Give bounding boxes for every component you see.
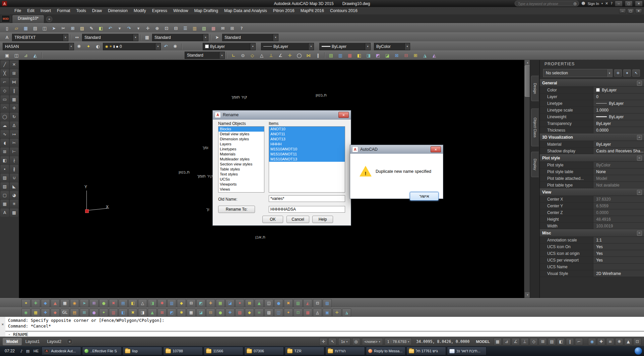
undo-icon[interactable]: ↶ — [106, 24, 115, 32]
chevron-down-icon[interactable]: ▾ — [273, 34, 278, 41]
text-style-combo[interactable]: TRHEBTXT ▾ — [12, 34, 68, 41]
taskbar-item-07306[interactable]: 07306 — [244, 347, 284, 355]
break-icon[interactable]: ∦ — [10, 165, 18, 173]
map-tool-icon[interactable]: ◧ — [119, 308, 128, 317]
list-item[interactable]: M1510ANOT10 — [269, 147, 345, 152]
transparency-toggle-icon[interactable]: ∥ — [566, 338, 574, 345]
map-tool-icon[interactable]: ◉ — [70, 299, 79, 307]
taskbar-item-lisp[interactable]: lisp — [123, 347, 162, 355]
volume-icon[interactable]: ♪ — [19, 349, 24, 353]
collapse-icon[interactable]: − — [637, 156, 642, 161]
command-history[interactable]: Command: Specify opposite corner or [Fen… — [5, 317, 644, 331]
toggle-pickadd-icon[interactable]: ✛ — [614, 69, 622, 77]
map-tool-icon[interactable]: ◆ — [41, 299, 50, 307]
array-icon[interactable]: ▦ — [10, 95, 18, 103]
map-tool-icon[interactable]: ◩ — [167, 308, 176, 317]
erase-icon[interactable]: ✕ — [10, 60, 18, 69]
menu-item[interactable]: Insert — [38, 7, 54, 14]
osnap-icon[interactable]: △ — [257, 51, 266, 59]
map-tool-icon[interactable]: ⊞ — [89, 299, 99, 307]
menu-item[interactable]: Edit — [24, 7, 38, 14]
close-button[interactable]: ✕ — [635, 1, 643, 6]
infer-constraints-icon[interactable]: ✛ — [319, 338, 327, 345]
toolbar-icon[interactable]: ▤ — [327, 51, 335, 59]
map-tool-icon[interactable]: ✦ — [235, 299, 244, 307]
canvas-text-label[interactable]: ת.בטון — [316, 93, 327, 97]
stretch-icon[interactable]: ↦ — [10, 130, 18, 138]
clock[interactable]: 07:22 — [2, 349, 18, 353]
circle-icon[interactable]: ◯ — [0, 113, 9, 121]
canvas-text-label[interactable]: קיר תומך — [197, 174, 213, 179]
toolbar-icon[interactable]: ◮ — [421, 51, 429, 59]
pan-icon[interactable]: ✛ — [143, 24, 152, 32]
taskbar-item-downloads[interactable]: הורדות — [325, 347, 365, 355]
help-icon[interactable]: ? — [610, 1, 613, 6]
map-tool-icon[interactable]: ▣ — [323, 308, 332, 317]
chevron-down-icon[interactable]: ▾ — [133, 34, 138, 41]
plot-style-combo[interactable]: ByColor ▾ — [374, 43, 410, 50]
map-tool-icon[interactable]: ◫ — [264, 299, 273, 307]
map-tool-icon[interactable]: ✖ — [128, 308, 137, 317]
list-item[interactable]: UCSs — [218, 177, 264, 182]
taskbar-item-autodesk[interactable]: Autodesk Aut... — [42, 347, 81, 355]
undo-list-icon[interactable]: ▾ — [115, 24, 124, 32]
tray-expand-icon[interactable]: ▲ — [624, 338, 632, 345]
map-tool-icon[interactable]: ⊠ — [245, 299, 254, 307]
workspace-icon[interactable]: ▣ — [3, 51, 11, 59]
layer-states-icon[interactable]: ✦ — [84, 43, 93, 51]
map-tool-icon[interactable]: ▲ — [255, 299, 264, 307]
rename-to-button[interactable]: Rename To: — [218, 206, 255, 213]
construction-line-icon[interactable]: ╳ — [0, 69, 9, 77]
menu-item[interactable]: Map Data and Analysis — [221, 7, 270, 14]
layer-previous-icon[interactable]: ↶ — [162, 43, 170, 51]
search-input[interactable] — [517, 1, 572, 6]
canvas-text-label[interactable]: ומך — [202, 145, 208, 150]
map-tool-icon[interactable]: ⊡ — [313, 299, 322, 307]
toolbar-icon[interactable]: ▦ — [345, 51, 354, 59]
mtext-icon[interactable]: A — [0, 208, 9, 217]
mdi-minimize-button[interactable]: ─ — [619, 8, 626, 13]
explode-icon[interactable]: ✳ — [10, 200, 18, 208]
map-tool-icon[interactable]: ▥ — [167, 299, 176, 307]
selection-cycling-icon[interactable]: ⌐ — [575, 338, 583, 345]
rename-to-field[interactable] — [269, 206, 345, 213]
tab-layout2[interactable]: Layout2 — [43, 338, 65, 345]
tab-model[interactable]: Model — [3, 338, 22, 345]
view-combo[interactable]: HASAN ▾ — [3, 43, 74, 50]
layer-manager-icon[interactable]: ❋ — [171, 43, 180, 51]
map-tool-icon[interactable]: ✚ — [206, 299, 215, 307]
chevron-down-icon[interactable]: ▾ — [365, 43, 370, 50]
taskbar-item-10788[interactable]: 10788 — [163, 347, 203, 355]
map-tool-icon[interactable]: ▥ — [109, 308, 118, 317]
map-tool-icon[interactable]: ◆ — [245, 308, 254, 317]
customization-icon[interactable]: ≡ — [606, 338, 614, 345]
copy-icon[interactable]: ⊞ — [68, 24, 77, 32]
table-style-combo[interactable]: Standard ▾ — [152, 34, 208, 41]
map-tool-icon[interactable]: ◨ — [148, 299, 157, 307]
ok-button[interactable]: OK — [262, 216, 283, 223]
taskbar-item-tzr[interactable]: TZR — [285, 347, 324, 355]
sheet-set-icon[interactable]: ▩ — [209, 24, 218, 32]
map-tool-icon[interactable]: ✦ — [99, 308, 108, 317]
snap-tracking-icon[interactable]: ⊞ — [539, 338, 547, 345]
section-header-3d-visualization[interactable]: 3D Visualization − — [540, 134, 644, 141]
map-tool-icon[interactable]: ✚ — [41, 308, 50, 317]
zoom-realtime-icon[interactable]: ⊕ — [153, 24, 162, 32]
items-list[interactable]: ANOT10ANOT11ANOT13HHHHM1510ANOT10M1510AN… — [269, 126, 345, 193]
menu-item[interactable]: Dimension — [105, 7, 131, 14]
palette-tab-object-class[interactable]: Object Class — [531, 109, 539, 146]
line-icon[interactable]: ╱ — [0, 60, 9, 69]
paste-icon[interactable]: ▨ — [78, 24, 86, 32]
map-tool-icon[interactable]: ◭ — [303, 299, 312, 307]
menu-item[interactable]: Express — [149, 7, 170, 14]
map-tool-icon[interactable]: ✛ — [332, 308, 341, 317]
map-tool-icon[interactable]: ▩ — [303, 308, 312, 317]
map-tool-icon[interactable]: ▦ — [31, 308, 40, 317]
map-tool-icon[interactable]: ● — [274, 299, 283, 307]
new-icon[interactable]: ▯ — [3, 24, 11, 32]
section-header-general[interactable]: General − — [540, 79, 644, 87]
make-block-icon[interactable]: ◧ — [0, 156, 9, 164]
grid-icon[interactable]: ▦ — [494, 338, 502, 345]
command-input[interactable]: - RENAME — [5, 331, 644, 337]
redo-icon[interactable]: ↷ — [125, 24, 133, 32]
